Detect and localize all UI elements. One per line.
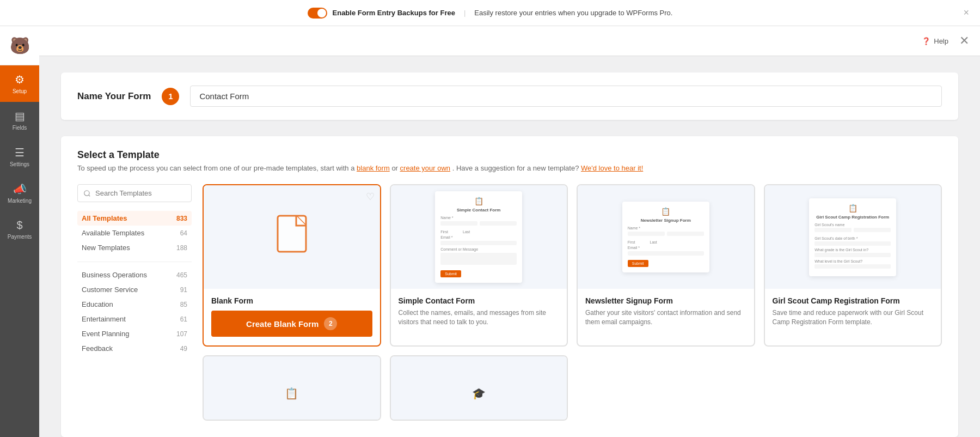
girl-scout-info: Girl Scout Camp Registration Form Save t… bbox=[765, 289, 941, 336]
marketing-icon: 📣 bbox=[13, 183, 27, 196]
template-card-newsletter[interactable]: 📋 Newsletter Signup Form Name * First La… bbox=[577, 184, 755, 347]
create-own-link[interactable]: create your own bbox=[400, 164, 451, 172]
template-card-partial-1[interactable]: 📋 bbox=[203, 355, 381, 421]
girl-scout-preview: 📋 Girl Scout Camp Registration Form Girl… bbox=[765, 185, 941, 289]
template-card-blank[interactable]: ♡ Blank Form bbox=[203, 184, 381, 347]
notification-bar: Enable Form Entry Backups for Free | Eas… bbox=[0, 0, 980, 26]
help-label: Help bbox=[934, 37, 948, 45]
close-notif-icon[interactable]: × bbox=[963, 7, 969, 19]
blank-form-link[interactable]: blank form bbox=[357, 164, 390, 172]
template-card-girl-scout[interactable]: 📋 Girl Scout Camp Registration Form Girl… bbox=[764, 184, 942, 347]
create-blank-label: Create Blank Form bbox=[246, 319, 318, 329]
or-text: or bbox=[391, 164, 400, 172]
simple-contact-mini-form: 📋 Simple Contact Form Name * First Last bbox=[435, 191, 522, 283]
newsletter-preview: 📋 Newsletter Signup Form Name * First La… bbox=[578, 185, 754, 289]
template-card-simple-contact[interactable]: 📋 Simple Contact Form Name * First Last bbox=[390, 184, 568, 347]
filter-divider bbox=[77, 262, 192, 262]
filter-event-count: 107 bbox=[176, 330, 187, 338]
sidebar-item-marketing[interactable]: 📣 Marketing bbox=[0, 175, 39, 211]
girl-scout-desc: Save time and reduce paperwork with our … bbox=[773, 308, 934, 327]
filter-new-label: New Templates bbox=[82, 244, 130, 252]
main-filter-group: All Templates 833 Available Templates 64… bbox=[77, 211, 192, 255]
girl-scout-name: Girl Scout Camp Registration Form bbox=[773, 296, 934, 305]
newsletter-info: Newsletter Signup Form Gather your site … bbox=[578, 289, 754, 336]
filter-customer-service[interactable]: Customer Service 91 bbox=[77, 282, 192, 297]
filter-available-count: 64 bbox=[180, 229, 187, 237]
filter-business-operations[interactable]: Business Operations 465 bbox=[77, 268, 192, 282]
template-card-partial-2[interactable]: 🎓 bbox=[390, 355, 568, 421]
simple-contact-name: Simple Contact Form bbox=[399, 296, 560, 305]
name-form-section: Name Your Form 1 bbox=[61, 72, 958, 120]
suggestion-text: . Have a suggestion for a new template? bbox=[452, 164, 579, 172]
category-filter-group: Business Operations 465 Customer Service… bbox=[77, 268, 192, 356]
sidebar-label-settings: Settings bbox=[10, 161, 29, 167]
filter-all-count: 833 bbox=[176, 215, 187, 222]
setup-icon: ⚙ bbox=[15, 73, 24, 86]
filter-event-label: Event Planning bbox=[82, 330, 129, 338]
sidebar-item-payments[interactable]: $ Payments bbox=[0, 211, 39, 247]
step-2-badge: 2 bbox=[324, 317, 337, 330]
partial-2-preview: 🎓 bbox=[391, 356, 567, 421]
sidebar-item-fields[interactable]: ▤ Fields bbox=[0, 102, 39, 138]
filter-new-templates[interactable]: New Templates 188 bbox=[77, 240, 192, 255]
notif-description: Easily restore your entries when you upg… bbox=[474, 9, 672, 17]
newsletter-mini-form: 📋 Newsletter Signup Form Name * First La… bbox=[622, 202, 709, 272]
filter-entertainment[interactable]: Entertainment 61 bbox=[77, 312, 192, 326]
filter-available-templates[interactable]: Available Templates 64 bbox=[77, 226, 192, 240]
filter-customer-count: 91 bbox=[180, 286, 187, 294]
select-template-title: Select a Template bbox=[77, 149, 942, 161]
simple-contact-info: Simple Contact Form Collect the names, e… bbox=[391, 289, 567, 336]
filter-feedback-count: 49 bbox=[180, 345, 187, 353]
select-template-desc: To speed up the process you can select f… bbox=[77, 164, 942, 172]
filter-entertainment-label: Entertainment bbox=[82, 315, 126, 323]
blank-form-preview: ♡ bbox=[204, 185, 380, 289]
template-search-input[interactable] bbox=[77, 184, 192, 202]
filter-education-count: 85 bbox=[180, 301, 187, 308]
name-form-label: Name Your Form bbox=[77, 91, 151, 102]
newsletter-desc: Gather your site visitors' contact infor… bbox=[585, 308, 746, 327]
simple-contact-desc: Collect the names, emails, and messages … bbox=[399, 308, 560, 327]
icon-sidebar: 🐻 ⚙ Setup ▤ Fields ☰ Settings 📣 Marketin… bbox=[0, 26, 39, 437]
template-grid: ♡ Blank Form bbox=[203, 184, 942, 421]
create-blank-button[interactable]: Create Blank Form 2 bbox=[211, 311, 372, 337]
suggestion-link[interactable]: We'd love to hear it! bbox=[581, 164, 643, 172]
help-circle-icon: ❓ bbox=[922, 37, 930, 45]
sidebar-label-setup: Setup bbox=[13, 88, 27, 94]
sidebar-item-settings[interactable]: ☰ Settings bbox=[0, 138, 39, 175]
filter-feedback-label: Feedback bbox=[82, 344, 113, 353]
template-filter-sidebar: All Templates 833 Available Templates 64… bbox=[77, 184, 192, 421]
top-bar: ❓ Help ✕ bbox=[39, 26, 980, 56]
select-template-section: Select a Template To speed up the proces… bbox=[61, 136, 958, 437]
filter-education[interactable]: Education 85 bbox=[77, 297, 192, 312]
blank-form-file-icon bbox=[277, 215, 307, 259]
sidebar-label-marketing: Marketing bbox=[8, 198, 32, 204]
partial-1-preview: 📋 bbox=[204, 356, 380, 421]
filter-all-templates[interactable]: All Templates 833 bbox=[77, 211, 192, 226]
page-content: Name Your Form 1 Select a Template To sp… bbox=[39, 56, 980, 437]
form-name-input[interactable] bbox=[190, 86, 942, 107]
filter-all-label: All Templates bbox=[82, 214, 127, 222]
filter-feedback[interactable]: Feedback 49 bbox=[77, 341, 192, 356]
backup-toggle[interactable] bbox=[308, 8, 327, 19]
newsletter-name: Newsletter Signup Form bbox=[585, 296, 746, 305]
logo-area: 🐻 bbox=[0, 26, 39, 65]
notif-title: Enable Form Entry Backups for Free bbox=[333, 9, 455, 17]
fields-icon: ▤ bbox=[15, 110, 25, 123]
filter-new-count: 188 bbox=[176, 244, 187, 252]
filter-event-planning[interactable]: Event Planning 107 bbox=[77, 326, 192, 341]
payments-icon: $ bbox=[16, 219, 22, 232]
sidebar-item-setup[interactable]: ⚙ Setup bbox=[0, 65, 39, 102]
help-button[interactable]: ❓ Help bbox=[922, 37, 948, 45]
simple-contact-preview: 📋 Simple Contact Form Name * First Last bbox=[391, 185, 567, 289]
step-1-badge: 1 bbox=[162, 88, 179, 105]
filter-available-label: Available Templates bbox=[82, 229, 144, 237]
heart-icon[interactable]: ♡ bbox=[366, 191, 375, 203]
filter-business-label: Business Operations bbox=[82, 271, 147, 279]
filter-business-count: 465 bbox=[176, 271, 187, 279]
settings-icon: ☰ bbox=[15, 146, 24, 159]
filter-customer-label: Customer Service bbox=[82, 286, 138, 294]
sidebar-label-fields: Fields bbox=[13, 125, 27, 131]
filter-education-label: Education bbox=[82, 300, 113, 308]
logo-bear-icon: 🐻 bbox=[10, 36, 30, 55]
close-button[interactable]: ✕ bbox=[959, 34, 969, 48]
